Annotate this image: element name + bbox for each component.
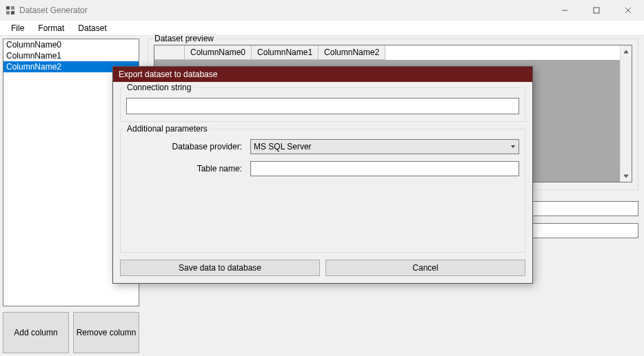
titlebar: Dataset Generator: [0, 0, 644, 21]
window-title: Dataset Generator: [19, 6, 88, 15]
grid-header: ColumnName0 ColumnName1 ColumnName2: [154, 45, 632, 60]
connection-legend: Connection string: [125, 83, 193, 92]
cancel-button[interactable]: Cancel: [325, 260, 525, 276]
dialog-titlebar[interactable]: Export dataset to database: [113, 67, 532, 82]
app-icon: [6, 6, 15, 15]
dialog-title: Export dataset to database: [119, 70, 217, 79]
grid-row-header[interactable]: [154, 45, 185, 60]
scroll-down-icon[interactable]: [621, 170, 632, 182]
svg-rect-1: [11, 6, 14, 10]
maximize-button[interactable]: [581, 0, 612, 21]
add-column-button[interactable]: Add column: [3, 312, 69, 353]
scroll-up-icon[interactable]: [621, 45, 632, 57]
grid-scrollbar[interactable]: [620, 45, 632, 182]
grid-column-header[interactable]: ColumnName2: [319, 45, 385, 60]
svg-rect-0: [6, 6, 10, 10]
grid-column-header[interactable]: ColumnName1: [252, 45, 319, 60]
close-button[interactable]: [612, 0, 644, 21]
table-name-label: Table name:: [126, 164, 250, 174]
menubar: File Format Dataset: [0, 21, 644, 36]
svg-rect-3: [11, 11, 14, 14]
list-item[interactable]: ColumnName0: [3, 39, 139, 50]
preview-legend: Dataset preview: [152, 34, 216, 43]
svg-rect-5: [594, 8, 599, 13]
chevron-down-icon: [510, 142, 516, 151]
minimize-button[interactable]: [549, 0, 581, 21]
list-item[interactable]: ColumnName1: [3, 50, 139, 61]
connection-string-input[interactable]: [126, 98, 519, 114]
table-name-input[interactable]: [250, 161, 519, 176]
svg-marker-10: [511, 145, 515, 148]
export-dialog: Export dataset to database Connection st…: [112, 66, 533, 284]
svg-marker-8: [624, 50, 628, 53]
params-legend: Additional parameters: [125, 124, 210, 134]
menu-dataset[interactable]: Dataset: [71, 21, 113, 35]
provider-value: MS SQL Server: [254, 142, 312, 151]
svg-rect-2: [6, 11, 10, 14]
grid-column-header[interactable]: ColumnName0: [185, 45, 252, 60]
menu-format[interactable]: Format: [31, 21, 71, 35]
save-button[interactable]: Save data to database: [120, 260, 320, 276]
connection-groupbox: Connection string: [120, 87, 525, 122]
svg-marker-9: [624, 175, 628, 178]
menu-file[interactable]: File: [4, 21, 31, 35]
remove-column-button[interactable]: Remove column: [73, 312, 139, 353]
database-provider-select[interactable]: MS SQL Server: [250, 139, 519, 154]
params-groupbox: Additional parameters Database provider:…: [120, 129, 525, 253]
provider-label: Database provider:: [126, 142, 250, 151]
